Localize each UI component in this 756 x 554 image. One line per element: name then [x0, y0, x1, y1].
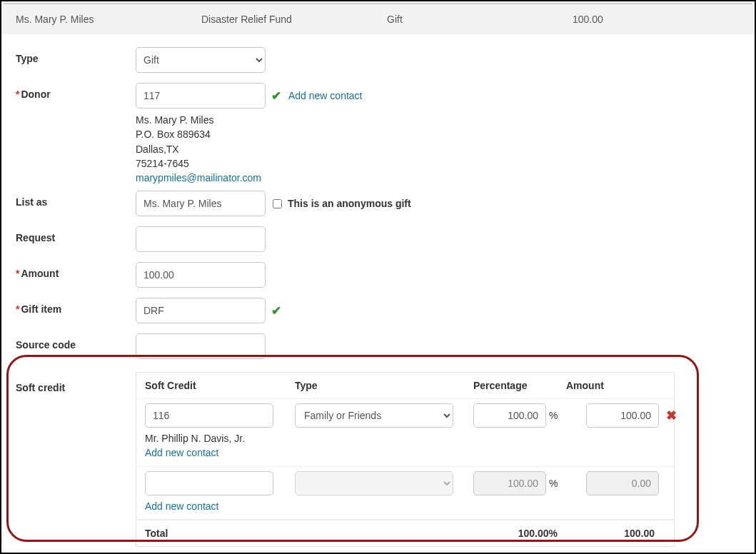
- label-source-code: Source code: [16, 333, 136, 351]
- donor-zip: 75214-7645: [136, 156, 740, 171]
- label-donor: Donor: [16, 83, 136, 100]
- anon-text: This is an anonymous gift: [288, 198, 411, 209]
- donor-name: Ms. Mary P. Miles: [136, 113, 740, 127]
- row-source-code: Source code: [16, 333, 740, 359]
- pct-symbol: %: [549, 478, 558, 489]
- sc-total-pct: 100.00%: [473, 528, 566, 539]
- sc-add-contact-link[interactable]: Add new contact: [145, 446, 665, 460]
- donor-address-block: Ms. Mary P. Miles P.O. Box 889634 Dallas…: [136, 113, 740, 185]
- sc-id-input[interactable]: [145, 403, 273, 428]
- donor-addr1: P.O. Box 889634: [136, 127, 740, 141]
- soft-credit-table: Soft Credit Type Percentage Amount Famil…: [136, 372, 675, 547]
- label-gift-item: Gift item: [16, 298, 136, 315]
- row-request: Request: [16, 226, 740, 252]
- sc-pct-input: [473, 471, 546, 495]
- row-gift-item: Gift item ✔: [16, 298, 740, 323]
- pct-symbol: %: [549, 410, 558, 421]
- row-donor: Donor ✔ Add new contact Ms. Mary P. Mile…: [16, 83, 740, 185]
- row-amount: Amount: [16, 262, 740, 288]
- row-type: Type Gift: [16, 47, 740, 73]
- anon-checkbox[interactable]: [273, 199, 282, 208]
- check-icon: ✔: [271, 303, 281, 318]
- row-soft-credit: Soft credit Soft Credit Type Percentage …: [16, 372, 740, 554]
- label-soft-credit: Soft credit: [16, 372, 136, 393]
- sc-add-contact-link[interactable]: Add new contact: [145, 500, 665, 514]
- soft-credit-row-sub: Add new contact: [136, 497, 674, 520]
- request-input[interactable]: [136, 226, 266, 252]
- sc-id-input[interactable]: [145, 471, 273, 495]
- sc-amt-input[interactable]: [586, 403, 659, 428]
- sc-header-pct: Percentage: [473, 380, 566, 391]
- label-amount: Amount: [16, 262, 136, 279]
- sc-contact-name: Mr. Phillip N. Davis, Jr.: [145, 432, 665, 446]
- form-main: Type Gift Donor ✔ Add new contact Ms. Ma…: [1, 34, 755, 554]
- add-contact-link[interactable]: Add new contact: [288, 90, 363, 101]
- type-select[interactable]: Gift: [136, 47, 266, 73]
- donor-id-input[interactable]: [136, 83, 266, 109]
- label-request: Request: [16, 226, 136, 243]
- soft-credit-row: %: [136, 467, 674, 497]
- list-as-input[interactable]: [136, 191, 266, 216]
- sc-total-amt: 100.00: [566, 528, 659, 539]
- sc-type-select: [295, 471, 453, 495]
- check-icon: ✔: [271, 89, 281, 104]
- soft-credit-row-sub: Mr. Phillip N. Davis, Jr. Add new contac…: [136, 429, 674, 466]
- donor-addr2: Dallas,TX: [136, 142, 740, 156]
- summary-kind: Gift: [387, 14, 573, 25]
- gift-item-input[interactable]: [136, 298, 266, 323]
- sc-pct-input[interactable]: [473, 403, 546, 428]
- amount-input[interactable]: [136, 262, 266, 288]
- summary-name: Ms. Mary P. Miles: [16, 14, 201, 25]
- sc-header-softcredit: Soft Credit: [145, 380, 295, 391]
- donor-email-link[interactable]: marypmiles@mailinator.com: [136, 171, 740, 185]
- row-list-as: List as This is an anonymous gift: [16, 191, 740, 216]
- sc-header-type: Type: [295, 380, 473, 391]
- sc-amt-input: [586, 471, 659, 495]
- anon-checkbox-label[interactable]: This is an anonymous gift: [273, 198, 411, 209]
- summary-fund: Disaster Relief Fund: [201, 14, 387, 25]
- soft-credit-row: Family or Friends % ✖: [136, 399, 674, 429]
- label-type: Type: [16, 47, 136, 64]
- summary-amount: 100.00: [573, 14, 740, 25]
- sc-header-amt: Amount: [566, 380, 659, 391]
- summary-bar: Ms. Mary P. Miles Disaster Relief Fund G…: [1, 4, 755, 34]
- soft-credit-header-row: Soft Credit Type Percentage Amount: [136, 373, 674, 399]
- sc-total-label: Total: [145, 528, 295, 539]
- sc-type-select[interactable]: Family or Friends: [295, 403, 453, 428]
- delete-row-icon[interactable]: ✖: [666, 408, 677, 423]
- source-code-input[interactable]: [136, 333, 266, 359]
- soft-credit-total-row: Total 100.00% 100.00: [136, 520, 674, 546]
- label-list-as: List as: [16, 191, 136, 208]
